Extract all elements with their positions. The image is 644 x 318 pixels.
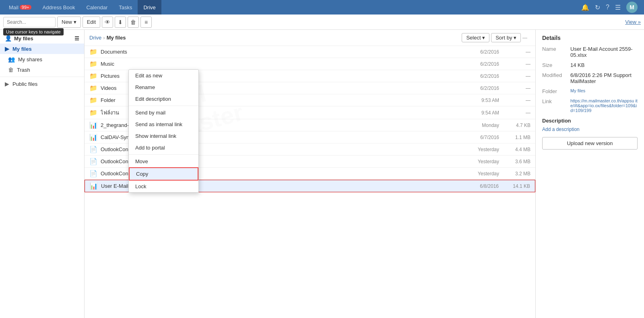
avatar[interactable]: M — [626, 2, 638, 13]
doc-icon: 📄 — [89, 158, 97, 165]
context-edit-as-new[interactable]: Edit as new — [129, 70, 198, 81]
details-folder-row: Folder My files — [542, 88, 638, 94]
nav-calendar[interactable]: Calendar — [80, 0, 113, 15]
file-row[interactable]: 📁 Music 6/2/2016 — — [85, 58, 535, 70]
top-nav-icons: 🔔 ↻ ? ☰ M — [581, 2, 641, 13]
top-navigation: Mail 99+ Address Book Calendar Tasks Dri… — [0, 0, 644, 15]
main-toolbar: Use cursor keys to navigate New ▾ Edit 👁… — [0, 15, 644, 30]
context-move[interactable]: Move — [129, 156, 198, 167]
folder-icon: 📁 — [89, 72, 97, 80]
sidebar-item-publicfiles[interactable]: ▶ Public files — [0, 79, 84, 89]
context-menu: Edit as new Rename Edit description Send… — [128, 69, 199, 193]
nav-mail[interactable]: Mail 99+ — [3, 0, 37, 15]
folder-icon: 📁 — [89, 109, 97, 116]
folder-icon: 📁 — [89, 60, 97, 68]
folder-icon: 📁 — [89, 48, 97, 56]
context-show-internal-link[interactable]: Show internal link — [129, 130, 198, 142]
bell-icon[interactable]: 🔔 — [581, 4, 589, 11]
context-edit-description[interactable]: Edit description — [129, 93, 198, 105]
person-icon: 👤 — [5, 35, 12, 42]
breadcrumb-current: My files — [107, 35, 126, 41]
share-icon: 👥 — [8, 56, 15, 62]
search-input[interactable] — [3, 17, 56, 27]
upload-new-version-button[interactable]: Upload new version — [542, 137, 638, 150]
file-row[interactable]: 📁 Documents 6/2/2016 — — [85, 46, 535, 58]
details-panel: Details Name User E-Mail Account 2559-05… — [535, 30, 644, 318]
breadcrumb-sep: › — [103, 35, 105, 41]
sidebar-menu-icon[interactable]: ☰ — [74, 35, 79, 42]
mail-badge: 99+ — [20, 5, 31, 10]
excel-icon: 📊 — [89, 121, 97, 129]
myfiles-icon: ▶ — [5, 46, 9, 52]
details-link-row: Link https://m.mailmaster.co.th/appsu it… — [542, 98, 638, 113]
expand-icon: ▶ — [5, 81, 9, 87]
trash-icon: 🗑 — [8, 67, 14, 73]
download-icon-btn[interactable]: ⬇ — [115, 17, 126, 28]
folder-icon: 📁 — [89, 84, 97, 92]
view-link[interactable]: View » — [625, 19, 641, 25]
folder-icon: 📁 — [89, 96, 97, 104]
context-send-by-mail[interactable]: Send by mail — [129, 107, 198, 118]
context-rename[interactable]: Rename — [129, 81, 198, 93]
sidebar-item-trash[interactable]: 🗑 Trash — [0, 64, 84, 75]
search-box: Use cursor keys to navigate — [3, 17, 56, 27]
edit-button[interactable]: Edit — [83, 17, 100, 28]
excel-icon: 📊 — [90, 182, 98, 190]
add-description-link[interactable]: Add a description — [542, 127, 580, 132]
refresh-icon[interactable]: ↻ — [595, 4, 600, 11]
sidebar: 👤 My files ☰ ▶ My files 👥 My shares 🗑 Tr… — [0, 30, 85, 318]
more-icon-btn[interactable]: ≡ — [140, 17, 152, 28]
doc-icon: 📄 — [89, 145, 97, 153]
nav-addressbook[interactable]: Address Book — [37, 0, 81, 15]
doc-icon: 📄 — [89, 170, 97, 177]
breadcrumb-drive[interactable]: Drive — [89, 35, 101, 41]
details-size-row: Size 14 KB — [542, 62, 638, 68]
details-title: Details — [542, 35, 638, 41]
menu-icon[interactable]: ☰ — [615, 4, 621, 11]
breadcrumb: Drive › My files Select ▾ Sort by ▾ — — [85, 30, 535, 46]
details-modified-row: Modified 6/8/2016 2:26 PM Support MailMa… — [542, 72, 638, 84]
select-button[interactable]: Select ▾ — [462, 33, 489, 42]
nav-drive[interactable]: Drive — [138, 0, 161, 15]
context-add-to-portal[interactable]: Add to portal — [129, 142, 198, 154]
new-button[interactable]: New ▾ — [57, 17, 81, 28]
excel-icon: 📊 — [89, 133, 97, 141]
sort-button[interactable]: Sort by ▾ — [491, 33, 521, 42]
context-copy[interactable]: Copy — [129, 167, 198, 181]
dash-indicator: — — [522, 35, 530, 41]
sidebar-item-myfiles[interactable]: ▶ My files — [0, 44, 84, 54]
nav-tasks[interactable]: Tasks — [113, 0, 138, 15]
eye-icon-btn[interactable]: 👁 — [102, 17, 113, 28]
context-send-internal-link[interactable]: Send as internal link — [129, 118, 198, 130]
trash-icon-btn[interactable]: 🗑 — [128, 17, 139, 28]
description-title: Description — [542, 118, 638, 124]
context-lock[interactable]: Lock — [129, 181, 198, 192]
sidebar-item-myshares[interactable]: 👥 My shares — [0, 54, 84, 64]
main-layout: 👤 My files ☰ ▶ My files 👥 My shares 🗑 Tr… — [0, 30, 644, 318]
search-tooltip: Use cursor keys to navigate — [3, 28, 64, 35]
details-name-row: Name User E-Mail Account 2559-05.xlsx — [542, 46, 638, 58]
help-icon[interactable]: ? — [606, 4, 609, 11]
